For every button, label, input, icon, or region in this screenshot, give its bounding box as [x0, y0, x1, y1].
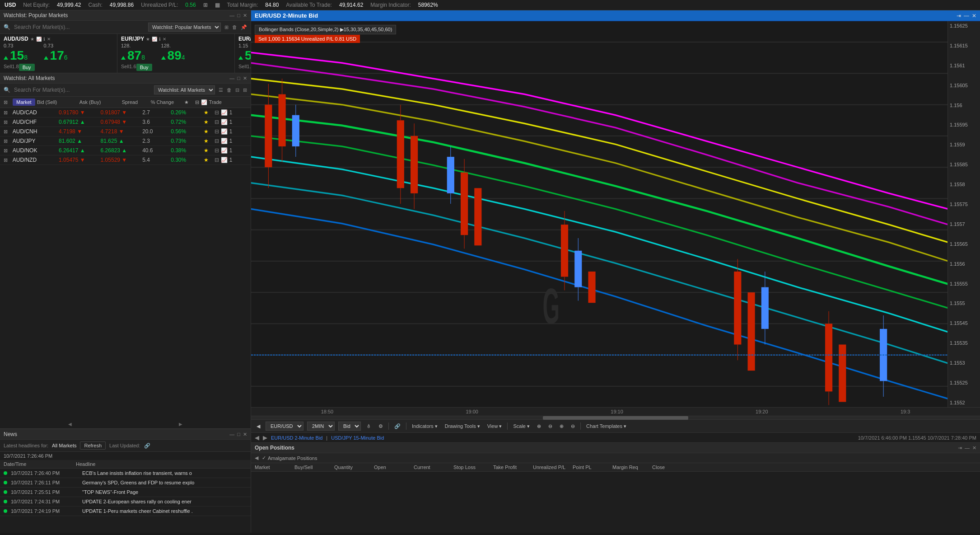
ticker-star-icon[interactable]: ★	[30, 37, 34, 42]
chart-templates-btn[interactable]: Chart Templates ▾	[584, 422, 628, 430]
star-cell[interactable]: ★	[204, 128, 213, 135]
price-type-select[interactable]: Bid	[338, 422, 361, 431]
buy-btn[interactable]: Buy	[19, 64, 35, 71]
detail-icon[interactable]: ⊟	[215, 119, 219, 125]
popular-search-input[interactable]	[14, 24, 145, 30]
timeframe-select[interactable]: 2MIN	[307, 422, 335, 431]
row-checkbox[interactable]: ⊠	[4, 138, 11, 144]
table-row[interactable]: ⊠ AUD/CAD 0.91780 ▼ 0.91807 ▼ 2.7 0.26% …	[0, 108, 251, 117]
news-minimize-btn[interactable]: —	[229, 432, 234, 437]
row-checkbox[interactable]: ⊠	[4, 110, 11, 116]
popular-maximize-btn[interactable]: □	[237, 13, 240, 18]
scale-btn[interactable]: Scale ▾	[511, 422, 532, 430]
chart-icon[interactable]: 📈	[221, 138, 228, 144]
detail-icon[interactable]: ⊟	[215, 147, 219, 154]
chart-scroll-left[interactable]: ◀	[255, 434, 259, 441]
news-maximize-btn[interactable]: □	[237, 432, 240, 437]
ticker-close-icon[interactable]: ✕	[163, 37, 166, 42]
detail-icon[interactable]: ⊟	[215, 128, 219, 135]
star-cell[interactable]: ★	[204, 138, 213, 144]
ticker-info-icon[interactable]: ℹ	[43, 37, 45, 42]
table-row[interactable]: ⊠ AUD/NZD 1.05475 ▼ 1.05529 ▼ 5.4 0.30% …	[0, 155, 251, 165]
chart-close-btn[interactable]: ✕	[972, 13, 976, 19]
chart-scrollbar-thumb[interactable]	[543, 416, 689, 420]
chart-scroll-right[interactable]: ▶	[263, 434, 267, 441]
row-checkbox[interactable]: ⊠	[4, 129, 11, 135]
row-checkbox[interactable]: ⊠	[4, 157, 11, 163]
zoom-out-v-btn[interactable]: ⊖	[569, 422, 577, 430]
popular-close-btn[interactable]: ✕	[243, 13, 247, 19]
star-cell[interactable]: ★	[204, 119, 213, 125]
zoom-out-h-btn[interactable]: ⊖	[546, 422, 554, 430]
table-row[interactable]: ⊠ AUD/NOK 6.26417 ▲ 6.26823 ▲ 40.6 0.38%…	[0, 146, 251, 155]
chart-nav-left-btn[interactable]: ◀	[255, 422, 262, 430]
amalgamate-checkbox[interactable]: ✓ Amalgamate Positions	[262, 455, 317, 461]
chart-icon[interactable]: 📈	[221, 147, 228, 154]
news-item[interactable]: 10/7/2021 7:26:40 PM ECB's Lane insists …	[0, 469, 251, 478]
table-row[interactable]: ⊠ AUD/CHF 0.67912 ▲ 0.67948 ▼ 3.6 0.72% …	[0, 117, 251, 127]
chart-icon[interactable]: 📈	[221, 109, 228, 116]
popular-pin-btn[interactable]: 📌	[241, 24, 247, 30]
row-checkbox[interactable]: ⊠	[4, 119, 11, 125]
positions-close-btn[interactable]: ✕	[972, 445, 976, 451]
chart-icon[interactable]: 📈	[221, 128, 228, 135]
star-cell[interactable]: ★	[204, 109, 213, 116]
positions-minimize-btn[interactable]: —	[965, 445, 970, 451]
news-item[interactable]: 10/7/2021 7:24:31 PM UPDATE 2-European s…	[0, 497, 251, 507]
ticker-chart-icon[interactable]: 📈	[36, 37, 42, 42]
positions-expand-btn[interactable]: ◀	[255, 455, 258, 461]
news-link-btn[interactable]: 🔗	[144, 443, 150, 449]
detail-icon[interactable]: ⊟	[215, 157, 219, 163]
all-search-input[interactable]	[14, 87, 150, 93]
candle-type-btn[interactable]: 🕯	[364, 422, 373, 430]
star-cell[interactable]: ★	[204, 157, 213, 163]
positions-detach-btn[interactable]: ⇥	[958, 445, 962, 451]
all-minimize-btn[interactable]: —	[229, 75, 234, 81]
zoom-in-h-btn[interactable]: ⊕	[535, 422, 543, 430]
all-list-btn[interactable]: ☰	[219, 87, 223, 93]
symbol-select[interactable]: EUR/USD	[266, 422, 303, 431]
popular-watchlist-select[interactable]: Watchlist: Popular Markets	[148, 23, 221, 32]
table-row[interactable]: ⊠ AUD/JPY 81.602 ▲ 81.625 ▲ 2.3 0.73% ★ …	[0, 136, 251, 146]
row-checkbox[interactable]: ⊠	[4, 148, 11, 154]
view-btn[interactable]: View ▾	[485, 422, 504, 430]
drawing-tools-btn[interactable]: Drawing Tools ▾	[443, 422, 482, 430]
chart-icon[interactable]: 📈	[221, 157, 228, 163]
zoom-in-v-btn[interactable]: ⊕	[558, 422, 565, 430]
star-cell[interactable]: ★	[204, 147, 213, 154]
buy-btn[interactable]: Buy	[136, 64, 152, 71]
ticker-star-icon[interactable]: ★	[146, 37, 150, 42]
all-maximize-btn[interactable]: □	[237, 75, 240, 81]
refresh-btn[interactable]: Refresh	[80, 441, 106, 450]
detail-icon[interactable]: ⊟	[215, 109, 219, 116]
popular-delete-btn[interactable]: 🗑	[232, 24, 237, 30]
ticker-close-icon[interactable]: ✕	[47, 37, 51, 42]
ticker-info-icon[interactable]: ℹ	[159, 37, 161, 42]
unrealized-icon[interactable]: ⊞	[203, 2, 208, 8]
table-row[interactable]: ⊠ AUD/CNH 4.7198 ▼ 4.7218 ▼ 20.0 0.56% ★…	[0, 127, 251, 136]
chart-settings-btn[interactable]: ⚙	[377, 422, 385, 430]
news-item[interactable]: 10/7/2021 7:26:11 PM Germany's SPD, Gree…	[0, 478, 251, 488]
news-item[interactable]: 10/7/2021 7:24:19 PM UPDATE 1-Peru marke…	[0, 507, 251, 516]
popular-grid-btn[interactable]: ⊞	[224, 24, 229, 30]
news-close-btn[interactable]: ✕	[243, 432, 247, 437]
chart-nav-eurusd[interactable]: EUR/USD 2-Minute Bid	[271, 435, 322, 441]
unrealized-icon2[interactable]: ▦	[215, 2, 220, 8]
ticker-chart-icon[interactable]: 📈	[152, 37, 157, 42]
news-item[interactable]: 10/7/2021 7:25:51 PM "TOP NEWS"-Front Pa…	[0, 488, 251, 497]
all-delete-btn[interactable]: 🗑	[227, 87, 232, 93]
detail-icon[interactable]: ⊟	[215, 138, 219, 144]
chart-nav-usdjpy[interactable]: USD/JPY 15-Minute Bid	[331, 435, 384, 441]
chart-detach-btn[interactable]: ⇥	[957, 13, 961, 19]
chart-scrollbar[interactable]	[251, 416, 980, 419]
link-btn[interactable]: 🔗	[392, 422, 402, 430]
chart-icon[interactable]: 📈	[221, 119, 228, 125]
chart-minimize-btn[interactable]: —	[964, 13, 969, 19]
all-grid-btn[interactable]: ⊞	[243, 87, 247, 93]
indicators-btn[interactable]: Indicators ▾	[410, 422, 439, 430]
all-watchlist-select[interactable]: Watchlist: All Markets	[154, 85, 215, 94]
market-col-btn[interactable]: Market	[13, 99, 35, 106]
popular-minimize-btn[interactable]: —	[229, 13, 234, 18]
all-close-btn[interactable]: ✕	[243, 75, 247, 81]
all-col-btn[interactable]: ⊟	[235, 87, 239, 93]
